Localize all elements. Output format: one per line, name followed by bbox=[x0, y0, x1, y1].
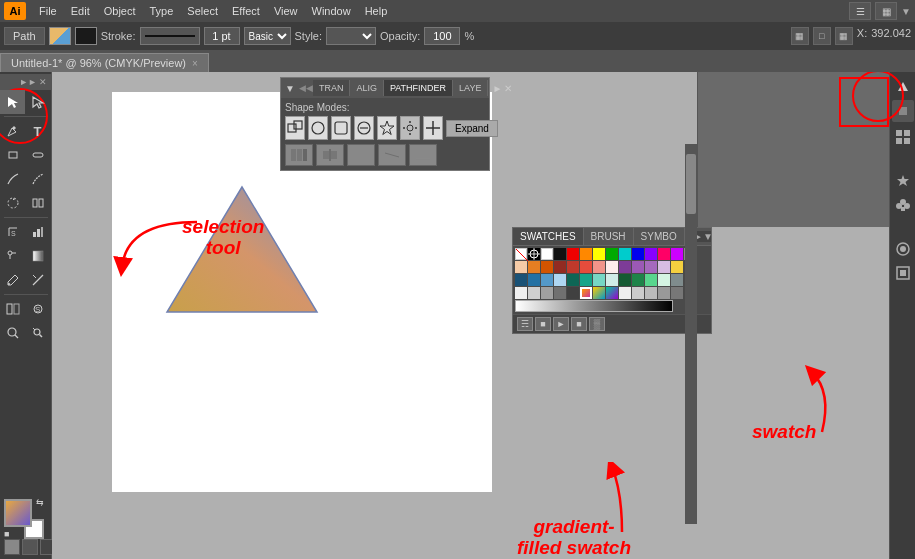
menu-file[interactable]: File bbox=[32, 3, 64, 19]
swatch-r2-8[interactable] bbox=[606, 261, 618, 273]
swatch-r2-10[interactable] bbox=[632, 261, 644, 273]
swatch-r3-5[interactable] bbox=[567, 274, 579, 286]
swatch-r3-9[interactable] bbox=[619, 274, 631, 286]
panel-options-button[interactable]: ►▼ bbox=[695, 231, 711, 242]
swatch-r3-6[interactable] bbox=[580, 274, 592, 286]
swatch-delete[interactable]: ▒ bbox=[589, 317, 605, 331]
vertical-scrollbar[interactable] bbox=[685, 144, 697, 524]
swatch-r2-6[interactable] bbox=[580, 261, 592, 273]
swatch-yellow[interactable] bbox=[593, 248, 605, 260]
unite-button[interactable] bbox=[285, 116, 305, 140]
gradient-tool-button[interactable] bbox=[25, 244, 50, 268]
swatch-r4-10[interactable] bbox=[632, 287, 644, 299]
pathfinder-op-2[interactable] bbox=[316, 144, 344, 166]
pathfinder-op-3[interactable] bbox=[347, 144, 375, 166]
menu-window[interactable]: Window bbox=[305, 3, 358, 19]
menu-view[interactable]: View bbox=[267, 3, 305, 19]
triangle-shape[interactable] bbox=[162, 182, 322, 319]
swatch-magenta[interactable] bbox=[671, 248, 683, 260]
swatch-r2-1[interactable] bbox=[515, 261, 527, 273]
swatch-new-group[interactable]: ☴ bbox=[517, 317, 533, 331]
rs-grid[interactable] bbox=[892, 126, 914, 148]
swatch-r3-8[interactable] bbox=[606, 274, 618, 286]
menu-edit[interactable]: Edit bbox=[64, 3, 97, 19]
pathfinder-tab-align[interactable]: ALIG bbox=[350, 80, 384, 96]
eyedropper-tool-button[interactable] bbox=[0, 268, 25, 292]
rs-star[interactable] bbox=[892, 170, 914, 192]
swap-colors[interactable]: ⇆ bbox=[36, 497, 44, 507]
menu-object[interactable]: Object bbox=[97, 3, 143, 19]
zoom-tool-button[interactable] bbox=[0, 321, 25, 345]
swatch-r3-13[interactable] bbox=[671, 274, 683, 286]
stroke-weight-input[interactable] bbox=[204, 27, 240, 45]
swatch-r3-12[interactable] bbox=[658, 274, 670, 286]
swatch-r4-9[interactable] bbox=[619, 287, 631, 299]
chart-tool-button[interactable] bbox=[25, 220, 50, 244]
swatch-orange[interactable] bbox=[580, 248, 592, 260]
align-icon[interactable]: ▦ bbox=[791, 27, 809, 45]
swatch-r4-4[interactable] bbox=[554, 287, 566, 299]
swatch-r3-11[interactable] bbox=[645, 274, 657, 286]
direct-selection-tool-button[interactable] bbox=[25, 90, 50, 114]
pen-tool-button[interactable] bbox=[0, 119, 25, 143]
swatch-r3-10[interactable] bbox=[632, 274, 644, 286]
selection-tool-button[interactable] bbox=[0, 90, 25, 114]
arrange-icon[interactable]: ▦ bbox=[875, 2, 897, 20]
mesh-tool-button[interactable] bbox=[0, 244, 25, 268]
eraser-tool-button[interactable] bbox=[25, 167, 50, 191]
reset-colors[interactable]: ■ bbox=[4, 529, 9, 539]
color-indicator[interactable]: ⇆ ■ bbox=[4, 499, 44, 539]
swatch-pink[interactable] bbox=[658, 248, 670, 260]
star-button[interactable] bbox=[377, 116, 397, 140]
swatch-green[interactable] bbox=[606, 248, 618, 260]
menu-effect[interactable]: Effect bbox=[225, 3, 267, 19]
type-tool-button[interactable]: T bbox=[25, 119, 50, 143]
pathfinder-op-5[interactable] bbox=[409, 144, 437, 166]
workspace-icon[interactable]: ☰ bbox=[849, 2, 871, 20]
swatch-r4-11[interactable] bbox=[645, 287, 657, 299]
swatch-r2-12[interactable] bbox=[658, 261, 670, 273]
swatch-r4-13[interactable] bbox=[671, 287, 683, 299]
swatch-r4-1[interactable] bbox=[515, 287, 527, 299]
swatch-r2-3[interactable] bbox=[541, 261, 553, 273]
expand-button[interactable]: Expand bbox=[446, 120, 498, 137]
tab-symbols[interactable]: SYMBO bbox=[634, 228, 685, 245]
swatch-r2-4[interactable] bbox=[554, 261, 566, 273]
document-tab[interactable]: Untitled-1* @ 96% (CMYK/Preview) × bbox=[0, 53, 209, 72]
swatch-black[interactable] bbox=[554, 248, 566, 260]
swatch-r2-11[interactable] bbox=[645, 261, 657, 273]
quick-mask-icon[interactable] bbox=[22, 539, 38, 555]
rs-circle-fill[interactable] bbox=[892, 238, 914, 260]
exclude-button[interactable] bbox=[354, 116, 374, 140]
pathfinder-tab-layers[interactable]: LAYE bbox=[453, 80, 488, 96]
stroke-style-select[interactable]: Basic bbox=[244, 27, 291, 45]
swatch-cyan[interactable] bbox=[619, 248, 631, 260]
intersect-button[interactable] bbox=[331, 116, 351, 140]
scroll-thumb[interactable] bbox=[686, 154, 696, 214]
pencil-tool-button[interactable] bbox=[0, 167, 25, 191]
swatch-r2-2[interactable] bbox=[528, 261, 540, 273]
normal-mode-icon[interactable] bbox=[4, 539, 20, 555]
menu-select[interactable]: Select bbox=[180, 3, 225, 19]
swatch-r3-1[interactable] bbox=[515, 274, 527, 286]
tab-swatches[interactable]: SWATCHES bbox=[513, 228, 584, 245]
hand-tool-button[interactable] bbox=[25, 321, 50, 345]
blend-tool-button[interactable] bbox=[0, 297, 25, 321]
plus-button[interactable] bbox=[423, 116, 443, 140]
pathfinder-op-4[interactable] bbox=[378, 144, 406, 166]
swatch-blue[interactable] bbox=[632, 248, 644, 260]
gradient-bar[interactable] bbox=[515, 300, 673, 312]
swatch-r4-3[interactable] bbox=[541, 287, 553, 299]
pathfinder-op-1[interactable] bbox=[285, 144, 313, 166]
rs-clubs[interactable] bbox=[892, 194, 914, 216]
swatch-arrow[interactable]: ► bbox=[553, 317, 569, 331]
menu-type[interactable]: Type bbox=[143, 3, 181, 19]
swatch-red[interactable] bbox=[567, 248, 579, 260]
swatch-r2-13[interactable] bbox=[671, 261, 683, 273]
fill-color[interactable] bbox=[49, 27, 71, 45]
pathfinder-tab-transform[interactable]: TRAN bbox=[313, 80, 351, 96]
pathfinder-close[interactable]: ✕ bbox=[504, 83, 512, 94]
stroke-color[interactable] bbox=[75, 27, 97, 45]
rs-square-fill[interactable] bbox=[892, 262, 914, 284]
foreground-color[interactable] bbox=[4, 499, 32, 527]
